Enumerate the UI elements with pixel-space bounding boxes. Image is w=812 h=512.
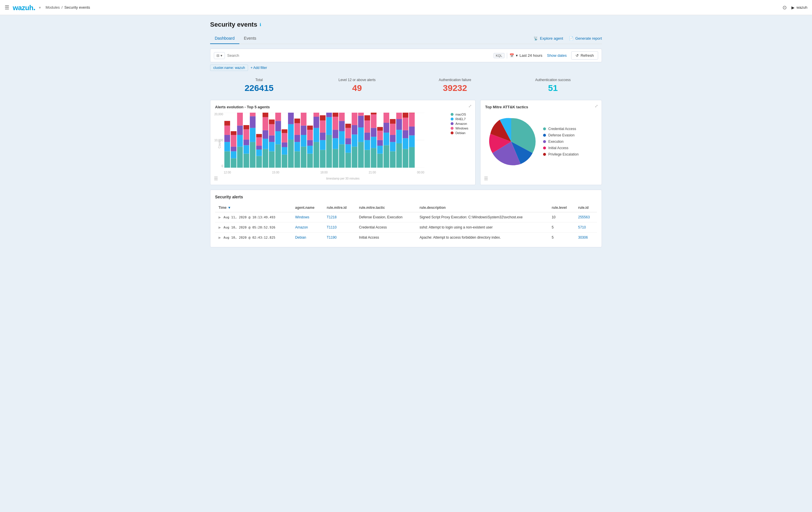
stat-auth-failure-label: Authentication failure <box>406 78 504 82</box>
row1-agent-link[interactable]: Windows <box>295 215 309 219</box>
svg-rect-9 <box>231 151 236 158</box>
svg-rect-90 <box>333 130 339 138</box>
row2-agent-link[interactable]: Amazon <box>295 225 308 229</box>
svg-rect-70 <box>307 140 313 146</box>
filter-toggle-button[interactable]: ⊟ ▾ <box>214 52 225 59</box>
generate-report-link[interactable]: 📄 Generate report <box>569 36 602 40</box>
report-icon: 📄 <box>569 36 574 40</box>
svg-rect-60 <box>294 135 300 142</box>
svg-rect-10 <box>231 147 236 151</box>
svg-rect-38 <box>269 151 275 168</box>
svg-rect-62 <box>294 118 300 123</box>
svg-rect-131 <box>383 113 389 123</box>
svg-rect-118 <box>371 148 376 168</box>
x-label-2: 18:00 <box>320 171 327 174</box>
row3-agent-link[interactable]: Debian <box>295 235 306 240</box>
charts-row: Alerts evolution - Top 5 agents ⤢ Count … <box>210 100 602 185</box>
user-menu[interactable]: ▶ wazuh <box>791 5 807 10</box>
row2-rule-id-link[interactable]: 5710 <box>578 225 586 229</box>
row3-expand-icon[interactable]: ▶ <box>219 236 221 239</box>
svg-rect-22 <box>243 125 249 129</box>
row3-level: 5 <box>548 233 575 243</box>
row1-expand-icon[interactable]: ▶ <box>219 215 221 219</box>
svg-rect-104 <box>352 134 357 147</box>
row1-mitre-id-link[interactable]: T1218 <box>327 215 337 219</box>
svg-rect-148 <box>409 147 415 168</box>
refresh-button[interactable]: ↺ Refresh <box>571 51 598 60</box>
svg-rect-39 <box>269 142 275 151</box>
svg-rect-31 <box>256 137 262 146</box>
breadcrumb: Modules / Security events <box>46 5 90 9</box>
breadcrumb-modules[interactable]: Modules <box>46 5 60 9</box>
kql-badge[interactable]: KQL <box>494 53 504 58</box>
pie-legend-privilege-escalation-dot <box>543 153 546 156</box>
tabs-row: Dashboard Events 📡 Explore agent 📄 Gener… <box>210 33 602 44</box>
stat-total-value: 226415 <box>210 83 308 93</box>
time-picker[interactable]: 📅 ▾ Last 24 hours <box>510 53 543 58</box>
pie-legend-credential-access-label: Credential Access <box>548 127 576 131</box>
col-rule-level: rule.level <box>548 203 575 212</box>
row1-rule-id-link[interactable]: 255563 <box>578 215 590 219</box>
refresh-icon: ↺ <box>576 53 579 58</box>
bar-chart-card: Alerts evolution - Top 5 agents ⤢ Count … <box>210 100 475 185</box>
svg-rect-91 <box>333 117 339 130</box>
svg-rect-136 <box>390 124 396 135</box>
pie-chart-container: Credential Access Defense Evasion Execut… <box>485 113 597 171</box>
svg-rect-19 <box>243 145 249 153</box>
filter-divider <box>507 53 507 59</box>
pie-chart-expand-icon[interactable]: ⤢ <box>594 104 598 108</box>
legend-windows: Windows <box>451 126 468 130</box>
svg-rect-46 <box>275 113 281 121</box>
info-icon[interactable]: ℹ <box>260 22 261 27</box>
active-filter-tag[interactable]: cluster.name: wazuh <box>210 65 248 71</box>
legend-rhel7: RHEL7 <box>451 117 468 121</box>
pie-chart-list-icon[interactable]: ☰ <box>484 176 488 181</box>
settings-icon[interactable]: ⊙ <box>782 4 787 11</box>
svg-rect-98 <box>345 153 351 168</box>
x-label-1: 15:00 <box>272 171 279 174</box>
row2-mitre-id-link[interactable]: T1110 <box>327 225 337 229</box>
refresh-label: Refresh <box>580 53 594 58</box>
show-dates-link[interactable]: Show dates <box>547 53 567 58</box>
tab-events[interactable]: Events <box>239 33 261 44</box>
stats-row: Total 226415 Level 12 or above alerts 49… <box>210 76 602 95</box>
tab-dashboard[interactable]: Dashboard <box>210 33 239 44</box>
x-label-4: 00:00 <box>417 171 424 174</box>
svg-rect-146 <box>403 118 408 130</box>
logo-dropdown-icon[interactable]: ▾ <box>39 5 41 10</box>
logo[interactable]: wazuh. <box>13 3 35 12</box>
row1-time: ▶ Aug 11, 2020 @ 10:13:49.493 <box>215 212 292 222</box>
bar-chart-expand-icon[interactable]: ⤢ <box>468 104 472 108</box>
x-axis-sublabel: timestamp per 30 minutes <box>215 177 471 180</box>
svg-rect-11 <box>231 135 236 147</box>
svg-rect-42 <box>269 120 275 124</box>
row2-expand-icon[interactable]: ▶ <box>219 225 221 229</box>
add-filter-link[interactable]: + Add filter <box>251 66 267 70</box>
bar-chart-list-icon[interactable]: ☰ <box>214 176 218 181</box>
explore-agent-link[interactable]: 📡 Explore agent <box>533 36 563 40</box>
svg-rect-126 <box>377 130 383 140</box>
svg-rect-134 <box>390 142 396 151</box>
legend-debian-label: Debian <box>455 131 465 135</box>
svg-rect-72 <box>307 126 313 130</box>
svg-rect-80 <box>320 132 326 140</box>
row2-mitre-id: T1110 <box>323 222 355 233</box>
svg-rect-144 <box>403 138 408 149</box>
col-time[interactable]: Time ▾ <box>215 203 292 212</box>
legend-debian-dot <box>451 131 454 134</box>
row2-description: sshd: Attempt to login using a non-exist… <box>416 222 548 233</box>
svg-rect-143 <box>403 149 408 168</box>
svg-rect-133 <box>390 151 396 168</box>
svg-rect-3 <box>224 151 230 168</box>
search-input[interactable] <box>227 53 491 58</box>
svg-rect-43 <box>275 144 281 168</box>
menu-icon[interactable]: ☰ <box>5 4 9 11</box>
legend-macos-label: macOS <box>455 113 466 116</box>
svg-rect-138 <box>396 143 402 168</box>
svg-rect-109 <box>358 127 364 142</box>
svg-rect-129 <box>383 132 389 145</box>
row3-rule-id-link[interactable]: 30306 <box>578 235 588 240</box>
alerts-table-head: Time ▾ agent.name rule.mitre.id rule.mit… <box>215 203 597 212</box>
row3-mitre-id-link[interactable]: T1190 <box>327 235 337 240</box>
svg-rect-127 <box>377 127 383 130</box>
